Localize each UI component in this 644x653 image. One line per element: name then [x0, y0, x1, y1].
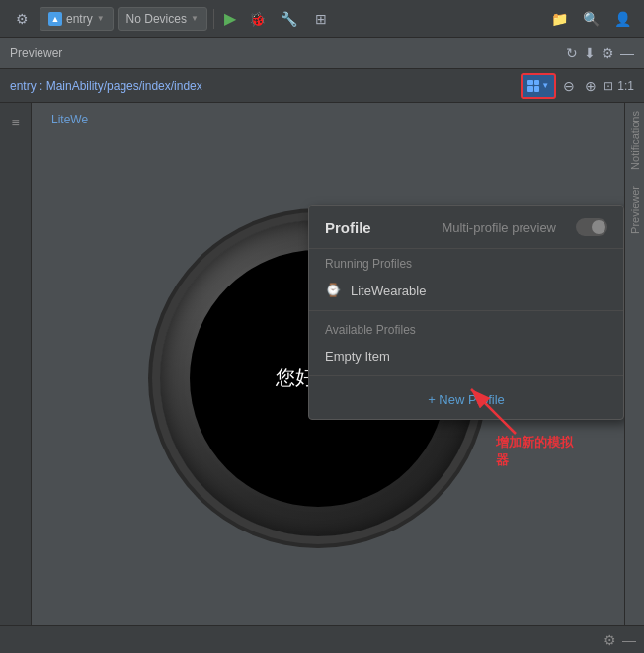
- file-path: entry : MainAbility/pages/index/index: [10, 79, 202, 93]
- download-icon[interactable]: ⬇: [584, 45, 596, 61]
- multi-profile-label: Multi-profile preview: [442, 220, 556, 235]
- second-toolbar-right: ▼ ⊖ ⊕ ⊡ 1:1: [521, 73, 634, 99]
- previewer-header: Previewer ↻ ⬇ ⚙ —: [0, 38, 644, 69]
- plugin-icon-btn[interactable]: 🔧: [276, 5, 303, 33]
- account-icon-btn[interactable]: 👤: [608, 5, 636, 33]
- aspect-ratio-icon: ⊡: [604, 79, 613, 93]
- entry-caret: ▼: [97, 14, 105, 23]
- notifications-tab[interactable]: Notifications: [626, 103, 644, 178]
- dropdown-divider: [309, 310, 623, 311]
- play-button[interactable]: ▶: [220, 9, 240, 28]
- dropdown-header: Profile Multi-profile preview: [309, 206, 623, 249]
- svg-line-1: [471, 389, 516, 434]
- minimize-icon[interactable]: —: [620, 45, 634, 61]
- zoom-out-btn[interactable]: ⊖: [560, 78, 578, 94]
- multi-profile-toggle[interactable]: [576, 218, 607, 236]
- top-toolbar: ⚙ ▲ entry ▼ No Devices ▼ ▶ 🐞 🔧 ⊞ 📁 🔍 👤: [0, 0, 644, 38]
- second-toolbar: entry : MainAbility/pages/index/index ▼ …: [0, 69, 644, 103]
- annotation-arrow: [456, 379, 535, 439]
- search-icon-btn[interactable]: 🔍: [577, 5, 604, 33]
- settings-icon-btn[interactable]: ⚙: [8, 5, 36, 33]
- litewearable-label: LiteWe: [51, 113, 88, 126]
- empty-item-label: Empty Item: [325, 349, 390, 364]
- litewearable-item[interactable]: ⌚ LiteWearable: [309, 275, 623, 306]
- window-icon-btn[interactable]: ⊞: [307, 5, 335, 33]
- dropdown-divider-2: [309, 375, 623, 376]
- toolbar-right: 📁 🔍 👤: [545, 5, 636, 33]
- profile-title: Profile: [325, 219, 371, 236]
- litewearable-item-label: LiteWearable: [351, 284, 426, 298]
- build-icon-btn[interactable]: 🐞: [244, 5, 272, 33]
- toggle-knob: [592, 220, 605, 234]
- previewer-title: Previewer: [10, 46, 62, 60]
- left-sidebar: ≡: [0, 103, 32, 653]
- main-content: ≡ LiteWe 您好 世界 Profile Multi-profile pre…: [0, 103, 644, 653]
- sidebar-icon-1[interactable]: ≡: [7, 111, 23, 134]
- right-sidebar: Notifications Previewer: [624, 103, 644, 653]
- file-icon-btn[interactable]: 📁: [545, 5, 573, 33]
- running-profiles-label: Running Profiles: [309, 249, 623, 275]
- watch-item-icon: ⌚: [325, 283, 341, 298]
- entry-dropdown[interactable]: ▲ entry ▼: [40, 7, 114, 31]
- preview-settings-icon[interactable]: ⚙: [602, 45, 614, 61]
- grid-caret: ▼: [541, 81, 549, 90]
- toolbar-separator: [213, 9, 214, 29]
- no-devices-dropdown[interactable]: No Devices ▼: [118, 7, 207, 31]
- previewer-tab[interactable]: Previewer: [626, 178, 644, 242]
- grid-icon: [527, 80, 539, 92]
- previewer-header-actions: ↻ ⬇ ⚙ —: [566, 45, 634, 61]
- zoom-level: 1:1: [617, 79, 634, 93]
- no-devices-label: No Devices: [126, 12, 187, 26]
- zoom-in-btn[interactable]: ⊕: [582, 78, 600, 94]
- entry-icon: ▲: [48, 12, 62, 26]
- bottom-bar: ⚙ —: [0, 625, 644, 653]
- available-profiles-label: Available Profiles: [309, 315, 623, 341]
- previewer-area: LiteWe 您好 世界 Profile Multi-profile previ…: [32, 103, 624, 653]
- entry-label: entry: [66, 12, 93, 26]
- empty-item[interactable]: Empty Item: [309, 341, 623, 371]
- refresh-icon[interactable]: ↻: [566, 45, 578, 61]
- devices-caret: ▼: [191, 14, 199, 23]
- bottom-settings-icon[interactable]: ⚙: [604, 632, 616, 648]
- annotation-text: 增加新的模拟器: [496, 434, 575, 469]
- bottom-minus-icon[interactable]: —: [622, 632, 636, 648]
- grid-view-button[interactable]: ▼: [521, 73, 556, 99]
